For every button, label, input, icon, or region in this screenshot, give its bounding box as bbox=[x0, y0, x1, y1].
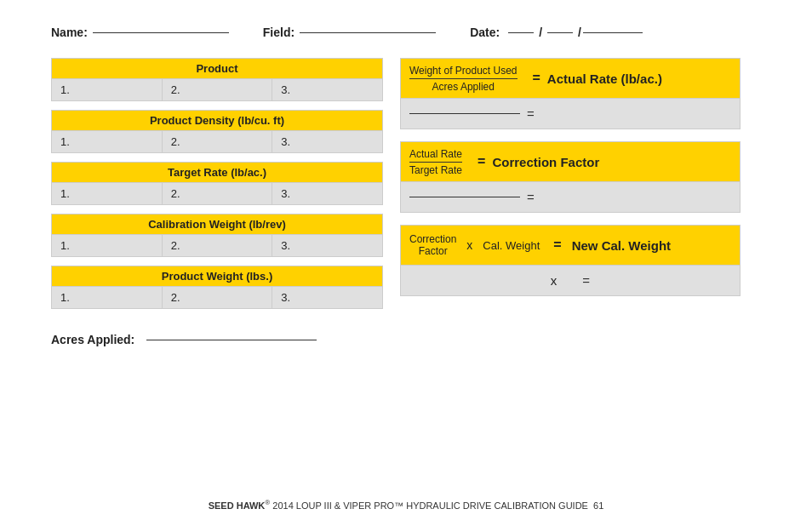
date-input-year bbox=[583, 32, 643, 33]
new-cal-equals: = bbox=[553, 237, 561, 253]
new-cal-equals-blank: = bbox=[582, 273, 590, 288]
date-input-day bbox=[547, 32, 573, 33]
cf-label-bot: Factor bbox=[419, 245, 448, 257]
acres-applied-label: Acres Applied: bbox=[51, 333, 134, 346]
cal-weight-cell-2: 2. bbox=[163, 235, 273, 256]
new-cal-multiply: x bbox=[466, 238, 472, 252]
new-cal-cal-weight: Cal. Weight bbox=[483, 239, 540, 252]
actual-rate-formula: Weight of Product Used Acres Applied = A… bbox=[400, 58, 741, 129]
density-header: Product Density (lb/cu. ft) bbox=[51, 110, 383, 131]
header-row: Name: Field: Date: / / bbox=[51, 26, 761, 39]
correction-factor-denominator: Target Rate bbox=[409, 163, 462, 176]
acres-applied-line bbox=[146, 340, 317, 340]
target-rate-header: Target Rate (lb/ac.) bbox=[51, 162, 383, 183]
new-cal-x-blank: x bbox=[551, 273, 558, 288]
correction-factor-result: Correction Factor bbox=[492, 155, 599, 169]
correction-factor-blank bbox=[409, 197, 520, 197]
actual-rate-equals-plain: = bbox=[527, 106, 535, 121]
date-label: Date: bbox=[470, 26, 500, 39]
new-cal-row: Correction Factor x Cal. Weight = New Ca… bbox=[409, 233, 671, 257]
new-cal-weight-formula: Correction Factor x Cal. Weight = New Ca… bbox=[400, 225, 741, 296]
product-row: 1. 2. 3. bbox=[51, 79, 383, 101]
actual-rate-grey: = bbox=[400, 99, 741, 129]
correction-factor-numerator: Actual Rate bbox=[409, 148, 462, 163]
density-section: Product Density (lb/cu. ft) 1. 2. 3. bbox=[51, 110, 383, 153]
density-cell-1: 1. bbox=[52, 131, 163, 152]
product-header: Product bbox=[51, 58, 383, 79]
name-input-line bbox=[93, 32, 229, 33]
correction-factor-grey: = bbox=[400, 182, 741, 213]
footer-page: 61 bbox=[593, 500, 603, 511]
date-sep-2: / bbox=[578, 26, 581, 39]
footer-brand: SEED HAWK bbox=[209, 500, 266, 511]
product-weight-cell-3: 3. bbox=[272, 287, 382, 308]
left-column: Product 1. 2. 3. Product Density (lb/cu.… bbox=[51, 58, 383, 317]
product-weight-section: Product Weight (lbs.) 1. 2. 3. bbox=[51, 266, 383, 309]
footer-rest: 2014 LOUP III & VIPER PRO™ HYDRAULIC DRI… bbox=[270, 500, 588, 511]
cal-weight-row: 1. 2. 3. bbox=[51, 235, 383, 257]
date-input-month bbox=[508, 32, 534, 33]
actual-rate-denominator: Acres Applied bbox=[432, 79, 495, 93]
product-cell-2: 2. bbox=[163, 79, 273, 100]
density-cell-3: 3. bbox=[272, 131, 382, 152]
cal-weight-cell-1: 1. bbox=[52, 235, 163, 256]
right-column: Weight of Product Used Acres Applied = A… bbox=[400, 58, 741, 301]
product-section: Product 1. 2. 3. bbox=[51, 58, 383, 101]
target-rate-cell-3: 3. bbox=[272, 183, 382, 204]
correction-factor-equals: = bbox=[477, 154, 485, 169]
field-input-line bbox=[300, 32, 436, 33]
product-cell-3: 3. bbox=[272, 79, 382, 100]
product-weight-cell-2: 2. bbox=[163, 287, 273, 308]
target-rate-cell-1: 1. bbox=[52, 183, 163, 204]
cal-weight-cell-3: 3. bbox=[272, 235, 382, 256]
cal-weight-section: Calibration Weight (lb/rev) 1. 2. 3. bbox=[51, 214, 383, 257]
actual-rate-blank bbox=[409, 113, 520, 114]
cf-label-top: Correction bbox=[409, 233, 456, 245]
actual-rate-fraction: Weight of Product Used Acres Applied bbox=[409, 65, 518, 93]
product-weight-row: 1. 2. 3. bbox=[51, 287, 383, 309]
cf-label: Correction Factor bbox=[409, 233, 456, 257]
product-weight-header: Product Weight (lbs.) bbox=[51, 266, 383, 287]
cal-weight-header: Calibration Weight (lb/rev) bbox=[51, 214, 383, 235]
product-weight-cell-1: 1. bbox=[52, 287, 163, 308]
correction-factor-yellow: Actual Rate Target Rate = Correction Fac… bbox=[400, 141, 741, 182]
product-cell-1: 1. bbox=[52, 79, 163, 100]
actual-rate-equals: = bbox=[533, 71, 540, 86]
target-rate-section: Target Rate (lb/ac.) 1. 2. 3. bbox=[51, 162, 383, 205]
correction-factor-formula: Actual Rate Target Rate = Correction Fac… bbox=[400, 141, 741, 213]
name-label: Name: bbox=[51, 26, 88, 39]
actual-rate-yellow: Weight of Product Used Acres Applied = A… bbox=[400, 58, 741, 99]
density-cell-2: 2. bbox=[163, 131, 273, 152]
new-cal-weight-grey: x = bbox=[400, 266, 741, 296]
field-label: Field: bbox=[263, 26, 294, 39]
date-sep-1: / bbox=[539, 26, 542, 39]
footer: SEED HAWK® 2014 LOUP III & VIPER PRO™ HY… bbox=[0, 499, 812, 511]
correction-factor-fraction: Actual Rate Target Rate bbox=[409, 148, 462, 176]
target-rate-cell-2: 2. bbox=[163, 183, 273, 204]
actual-rate-result: Actual Rate (lb/ac.) bbox=[547, 71, 662, 86]
density-row: 1. 2. 3. bbox=[51, 131, 383, 153]
correction-factor-equals-plain: = bbox=[527, 190, 535, 204]
acres-applied-row: Acres Applied: bbox=[51, 333, 761, 346]
new-cal-result: New Cal. Weight bbox=[572, 238, 671, 253]
new-cal-weight-yellow: Correction Factor x Cal. Weight = New Ca… bbox=[400, 225, 741, 266]
target-rate-row: 1. 2. 3. bbox=[51, 183, 383, 205]
actual-rate-numerator: Weight of Product Used bbox=[409, 65, 518, 79]
main-layout: Product 1. 2. 3. Product Density (lb/cu.… bbox=[51, 58, 761, 317]
